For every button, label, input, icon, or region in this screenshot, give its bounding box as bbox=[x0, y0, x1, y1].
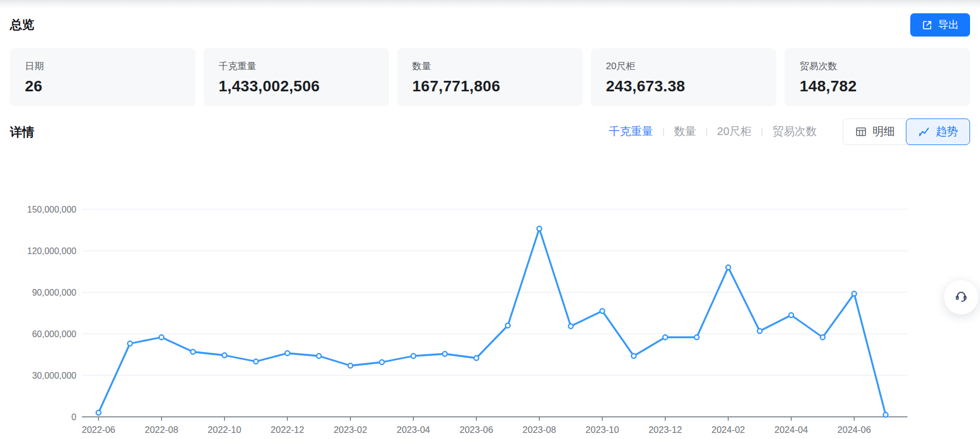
chart-point bbox=[96, 410, 101, 415]
tab-quantity[interactable]: 数量 bbox=[665, 124, 706, 139]
y-axis-label: 30,000,000 bbox=[32, 371, 76, 380]
chart-point bbox=[191, 349, 195, 354]
x-axis-label: 2023-12 bbox=[649, 425, 682, 435]
stat-label: 数量 bbox=[412, 60, 568, 73]
stat-value: 1,433,002,506 bbox=[219, 78, 374, 95]
x-axis-label: 2023-10 bbox=[585, 425, 619, 435]
stat-label: 20尺柜 bbox=[606, 60, 761, 73]
detail-view-label: 明细 bbox=[873, 124, 895, 139]
x-axis-label: 2022-06 bbox=[82, 425, 116, 435]
details-controls: 千克重量 | 数量 | 20尺柜 | 贸易次数 明细 bbox=[599, 118, 970, 145]
metric-tabs: 千克重量 | 数量 | 20尺柜 | 贸易次数 bbox=[599, 124, 826, 139]
chart-point bbox=[222, 353, 226, 358]
x-axis-label: 2023-02 bbox=[334, 425, 367, 435]
chart-point bbox=[380, 360, 384, 364]
stat-card-20ft-container: 20尺柜 243,673.38 bbox=[591, 48, 776, 106]
stat-value: 26 bbox=[25, 78, 180, 95]
x-axis-label: 2022-12 bbox=[271, 425, 304, 435]
chart-point bbox=[726, 265, 730, 270]
chart-point bbox=[443, 352, 447, 356]
page-title-overview: 总览 bbox=[10, 16, 34, 33]
chart-line bbox=[98, 229, 886, 415]
stat-card-kg-weight: 千克重量 1,433,002,506 bbox=[204, 48, 389, 106]
chart-point bbox=[128, 341, 132, 345]
stat-label: 日期 bbox=[25, 60, 180, 73]
chart-point bbox=[600, 309, 604, 313]
chart-point bbox=[537, 226, 541, 231]
top-fade-strip bbox=[0, 0, 980, 9]
chart-point bbox=[694, 335, 699, 339]
chart-point bbox=[883, 412, 888, 417]
export-icon bbox=[921, 19, 933, 31]
export-button[interactable]: 导出 bbox=[910, 13, 970, 37]
trend-line-chart[interactable]: 030,000,00060,000,00090,000,000120,000,0… bbox=[0, 162, 980, 439]
y-axis-label: 60,000,000 bbox=[32, 329, 76, 339]
chart-point bbox=[663, 335, 667, 339]
y-axis-label: 0 bbox=[71, 412, 76, 422]
trend-icon bbox=[918, 126, 930, 138]
stat-value: 243,673.38 bbox=[606, 78, 761, 95]
x-axis-label: 2023-06 bbox=[460, 425, 494, 435]
x-axis-label: 2023-08 bbox=[522, 425, 556, 435]
stat-card-quantity: 数量 167,771,806 bbox=[397, 48, 583, 106]
chart-point bbox=[253, 359, 258, 364]
tab-20ft-container[interactable]: 20尺柜 bbox=[708, 124, 761, 139]
chart-point bbox=[474, 356, 479, 360]
chart-point bbox=[758, 329, 762, 333]
details-header: 详情 千克重量 | 数量 | 20尺柜 | 贸易次数 明细 bbox=[10, 118, 970, 145]
chart-point bbox=[411, 354, 416, 358]
stat-label: 千克重量 bbox=[219, 60, 374, 73]
page-title-details: 详情 bbox=[10, 123, 34, 141]
tab-trade-count[interactable]: 贸易次数 bbox=[763, 124, 826, 139]
chart-point bbox=[789, 313, 794, 317]
stat-value: 148,782 bbox=[800, 78, 955, 95]
view-toggle-group: 明细 趋势 bbox=[843, 118, 970, 145]
customer-service-button[interactable] bbox=[944, 280, 978, 314]
x-axis-label: 2024-06 bbox=[837, 425, 871, 435]
chart-point bbox=[506, 323, 510, 328]
table-icon bbox=[855, 126, 867, 138]
chart-point bbox=[631, 354, 636, 358]
stat-label: 贸易次数 bbox=[800, 60, 955, 73]
export-button-label: 导出 bbox=[938, 18, 959, 32]
x-axis-label: 2023-04 bbox=[397, 425, 431, 435]
chart-point bbox=[285, 351, 289, 355]
chart-point bbox=[317, 354, 321, 358]
y-axis-label: 150,000,000 bbox=[27, 205, 76, 214]
chart-point bbox=[159, 335, 164, 339]
tab-kg-weight[interactable]: 千克重量 bbox=[599, 124, 662, 139]
detail-view-button[interactable]: 明细 bbox=[843, 118, 907, 145]
headset-icon bbox=[953, 288, 969, 306]
stats-row: 日期 26 千克重量 1,433,002,506 数量 167,771,806 … bbox=[10, 48, 970, 106]
chart-point bbox=[348, 363, 352, 368]
stat-card-trade-count: 贸易次数 148,782 bbox=[785, 48, 970, 106]
y-axis-label: 90,000,000 bbox=[32, 288, 76, 297]
overview-header: 总览 导出 bbox=[10, 16, 970, 38]
stat-value: 167,771,806 bbox=[412, 78, 568, 95]
chart-point bbox=[821, 335, 825, 339]
x-axis-label: 2024-02 bbox=[712, 425, 745, 435]
chart-point bbox=[852, 291, 856, 296]
chart-point bbox=[568, 324, 573, 328]
x-axis-label: 2022-08 bbox=[145, 425, 179, 435]
x-axis-label: 2024-04 bbox=[775, 425, 808, 435]
x-axis-label: 2022-10 bbox=[208, 425, 241, 435]
stat-card-date: 日期 26 bbox=[10, 48, 195, 106]
y-axis-label: 120,000,000 bbox=[27, 246, 76, 256]
chart-canvas[interactable]: 030,000,00060,000,00090,000,000120,000,0… bbox=[0, 162, 980, 439]
trend-view-label: 趋势 bbox=[936, 124, 958, 139]
trend-view-button[interactable]: 趋势 bbox=[906, 118, 970, 145]
